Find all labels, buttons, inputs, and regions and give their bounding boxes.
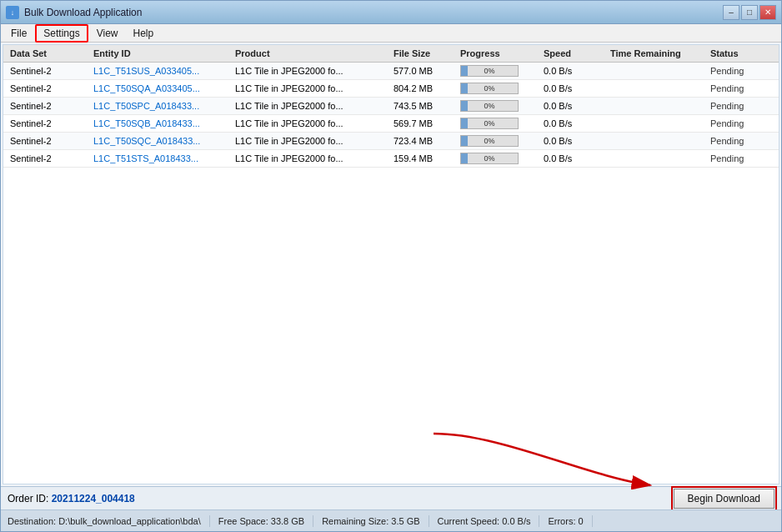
- remaining-value: 3.5 GB: [391, 516, 419, 526]
- remaining-label: Remaining Size:: [322, 516, 388, 526]
- cell-entity-id[interactable]: L1C_T50SQA_A033405...: [90, 83, 232, 94]
- cell-product: L1C Tile in JPEG2000 fo...: [232, 100, 390, 112]
- table-row: Sentinel-2 L1C_T50SQB_A018433... L1C Til…: [3, 115, 779, 133]
- table-row: Sentinel-2 L1C_T51SUS_A033405... L1C Til…: [3, 63, 779, 80]
- destination-label: Destination:: [8, 516, 56, 526]
- menu-bar: File Settings View Help: [1, 24, 781, 43]
- menu-view[interactable]: View: [90, 26, 125, 41]
- table-row: Sentinel-2 L1C_T50SQA_A033405... L1C Til…: [3, 80, 779, 98]
- menu-settings[interactable]: Settings: [35, 24, 88, 43]
- cell-speed: 0.0 B/s: [540, 65, 607, 77]
- menu-help[interactable]: Help: [127, 26, 161, 41]
- cell-status: Pending: [707, 135, 774, 147]
- remaining-segment: Remaining Size: 3.5 GB: [313, 515, 429, 527]
- cell-status: Pending: [707, 83, 774, 94]
- cell-product: L1C Tile in JPEG2000 fo...: [232, 153, 390, 164]
- cell-product: L1C Tile in JPEG2000 fo...: [232, 118, 390, 129]
- free-space-value: 33.8 GB: [271, 516, 304, 526]
- table-row: Sentinel-2 L1C_T51STS_A018433... L1C Til…: [3, 150, 779, 168]
- app-icon: ↓: [6, 6, 19, 19]
- cell-dataset: Sentinel-2: [7, 65, 90, 77]
- errors-label: Errors:: [548, 516, 575, 526]
- cell-dataset: Sentinel-2: [7, 83, 90, 94]
- cell-progress: 0%: [457, 117, 540, 130]
- cell-time-remaining: [607, 70, 707, 72]
- cell-entity-id[interactable]: L1C_T50SPC_A018433...: [90, 100, 232, 112]
- cell-status: Pending: [707, 118, 774, 129]
- cell-progress: 0%: [457, 99, 540, 113]
- cell-filesize: 743.5 MB: [390, 100, 457, 112]
- col-speed: Speed: [540, 48, 607, 59]
- col-progress: Progress: [457, 48, 540, 59]
- errors-value: 0: [579, 516, 584, 526]
- free-space-segment: Free Space: 33.8 GB: [210, 515, 313, 527]
- cell-time-remaining: [607, 158, 707, 159]
- cell-progress: 0%: [457, 152, 540, 165]
- cell-time-remaining: [607, 123, 707, 124]
- speed-segment: Current Speed: 0.0 B/s: [429, 515, 540, 527]
- cell-time-remaining: [607, 140, 707, 142]
- cell-progress: 0%: [457, 134, 540, 148]
- cell-time-remaining: [607, 88, 707, 89]
- destination-value: D:\bulk_download_application\bda\: [58, 516, 201, 526]
- cell-entity-id[interactable]: L1C_T50SQC_A018433...: [90, 135, 232, 147]
- bottom-bar: Order ID: 20211224_004418 Begin Download: [1, 486, 781, 509]
- maximize-button[interactable]: □: [741, 5, 758, 20]
- col-status: Status: [707, 48, 774, 59]
- cell-time-remaining: [607, 105, 707, 107]
- close-button[interactable]: ✕: [759, 5, 776, 20]
- cell-status: Pending: [707, 65, 774, 77]
- table-body: Sentinel-2 L1C_T51SUS_A033405... L1C Til…: [3, 63, 779, 484]
- download-table: Data Set Entity ID Product File Size Pro…: [3, 44, 779, 484]
- main-window: ↓ Bulk Download Application – □ ✕ File S…: [0, 0, 782, 532]
- table-row: Sentinel-2 L1C_T50SPC_A018433... L1C Til…: [3, 98, 779, 115]
- title-bar: ↓ Bulk Download Application – □ ✕: [1, 1, 781, 24]
- cell-filesize: 804.2 MB: [390, 83, 457, 94]
- order-id-label: Order ID:: [8, 493, 52, 504]
- cell-dataset: Sentinel-2: [7, 135, 90, 147]
- free-space-label: Free Space:: [218, 516, 268, 526]
- speed-value: 0.0 B/s: [502, 516, 530, 526]
- errors-segment: Errors: 0: [539, 515, 592, 527]
- cell-filesize: 159.4 MB: [390, 153, 457, 164]
- minimize-button[interactable]: –: [723, 5, 739, 20]
- cell-filesize: 723.4 MB: [390, 135, 457, 147]
- cell-speed: 0.0 B/s: [540, 83, 607, 94]
- cell-speed: 0.0 B/s: [540, 118, 607, 129]
- order-id-value: 20211224_004418: [52, 493, 135, 504]
- cell-product: L1C Tile in JPEG2000 fo...: [232, 65, 390, 77]
- cell-status: Pending: [707, 153, 774, 164]
- cell-speed: 0.0 B/s: [540, 135, 607, 147]
- col-product: Product: [232, 48, 390, 59]
- table-row: Sentinel-2 L1C_T50SQC_A018433... L1C Til…: [3, 133, 779, 150]
- col-filesize: File Size: [390, 48, 457, 59]
- speed-label: Current Speed:: [438, 516, 500, 526]
- cell-status: Pending: [707, 100, 774, 112]
- menu-file[interactable]: File: [4, 26, 33, 41]
- col-entity-id: Entity ID: [90, 48, 232, 59]
- order-id-area: Order ID: 20211224_004418: [8, 493, 135, 504]
- cell-speed: 0.0 B/s: [540, 153, 607, 164]
- cell-entity-id[interactable]: L1C_T51STS_A018433...: [90, 153, 232, 164]
- destination-segment: Destination: D:\bulk_download_applicatio…: [8, 515, 210, 527]
- col-dataset: Data Set: [7, 48, 90, 59]
- cell-speed: 0.0 B/s: [540, 100, 607, 112]
- cell-filesize: 569.7 MB: [390, 118, 457, 129]
- status-bar: Destination: D:\bulk_download_applicatio…: [1, 509, 781, 531]
- cell-product: L1C Tile in JPEG2000 fo...: [232, 83, 390, 94]
- cell-progress: 0%: [457, 64, 540, 78]
- window-controls: – □ ✕: [723, 5, 776, 20]
- cell-entity-id[interactable]: L1C_T51SUS_A033405...: [90, 65, 232, 77]
- cell-filesize: 577.0 MB: [390, 65, 457, 77]
- col-time-remaining: Time Remaining: [607, 48, 707, 59]
- table-header: Data Set Entity ID Product File Size Pro…: [3, 45, 779, 63]
- cell-dataset: Sentinel-2: [7, 153, 90, 164]
- cell-dataset: Sentinel-2: [7, 100, 90, 112]
- title-bar-left: ↓ Bulk Download Application: [6, 6, 142, 19]
- cell-dataset: Sentinel-2: [7, 118, 90, 129]
- cell-progress: 0%: [457, 82, 540, 95]
- cell-entity-id[interactable]: L1C_T50SQB_A018433...: [90, 118, 232, 129]
- cell-product: L1C Tile in JPEG2000 fo...: [232, 135, 390, 147]
- window-title: Bulk Download Application: [24, 7, 142, 18]
- begin-download-button[interactable]: Begin Download: [674, 489, 774, 509]
